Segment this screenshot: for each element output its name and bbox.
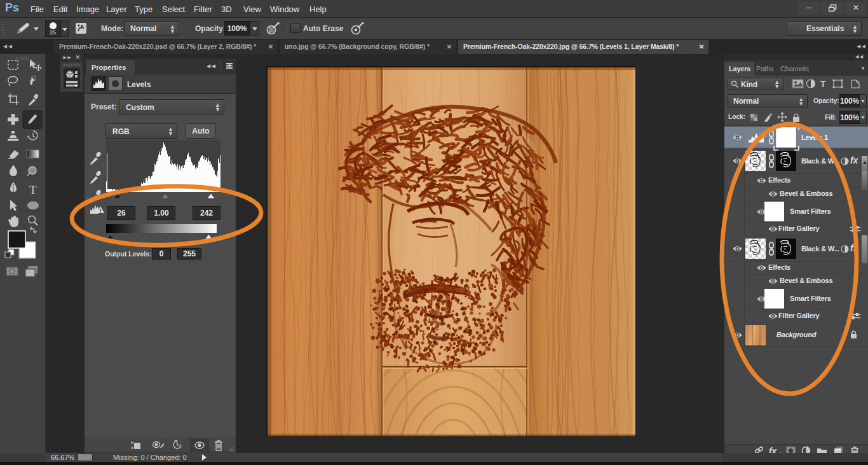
svg-text:T: T — [29, 183, 37, 197]
svg-text:T: T — [820, 79, 826, 89]
